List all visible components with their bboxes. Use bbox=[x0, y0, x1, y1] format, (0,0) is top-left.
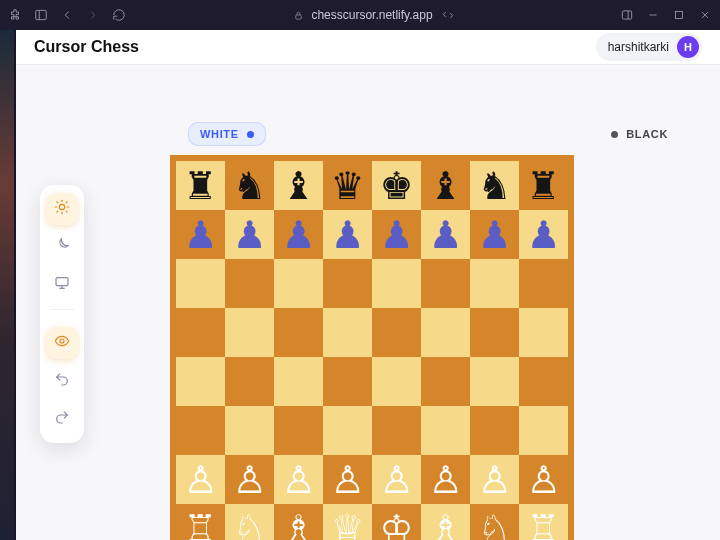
square[interactable] bbox=[470, 406, 519, 455]
square[interactable] bbox=[323, 308, 372, 357]
window-minimize-icon[interactable] bbox=[646, 8, 660, 22]
square[interactable] bbox=[519, 406, 568, 455]
piece-bn[interactable]: ♞ bbox=[477, 167, 511, 205]
piece-wp[interactable]: ♙ bbox=[379, 461, 413, 499]
piece-br[interactable]: ♜ bbox=[183, 167, 217, 205]
visibility-button[interactable] bbox=[46, 327, 78, 359]
piece-bp[interactable]: ♟ bbox=[232, 216, 266, 254]
square[interactable] bbox=[421, 259, 470, 308]
square[interactable] bbox=[274, 308, 323, 357]
piece-wr[interactable]: ♖ bbox=[183, 510, 217, 541]
square[interactable]: ♞ bbox=[470, 161, 519, 210]
theme-light-button[interactable] bbox=[46, 193, 78, 225]
piece-bq[interactable]: ♛ bbox=[330, 167, 364, 205]
square[interactable]: ♝ bbox=[274, 161, 323, 210]
nav-reload-icon[interactable] bbox=[112, 8, 126, 22]
square[interactable] bbox=[176, 308, 225, 357]
redo-button[interactable] bbox=[46, 403, 78, 435]
square[interactable] bbox=[421, 406, 470, 455]
square[interactable] bbox=[225, 357, 274, 406]
square[interactable] bbox=[372, 259, 421, 308]
square[interactable]: ♘ bbox=[470, 504, 519, 540]
square[interactable] bbox=[372, 357, 421, 406]
square[interactable]: ♜ bbox=[519, 161, 568, 210]
square[interactable]: ♙ bbox=[176, 455, 225, 504]
square[interactable] bbox=[421, 357, 470, 406]
square[interactable]: ♗ bbox=[274, 504, 323, 540]
square[interactable]: ♙ bbox=[323, 455, 372, 504]
theme-system-button[interactable] bbox=[46, 269, 78, 301]
square[interactable]: ♛ bbox=[323, 161, 372, 210]
piece-wp[interactable]: ♙ bbox=[477, 461, 511, 499]
square[interactable] bbox=[176, 259, 225, 308]
square[interactable] bbox=[225, 259, 274, 308]
square[interactable] bbox=[519, 308, 568, 357]
piece-bp[interactable]: ♟ bbox=[183, 216, 217, 254]
piece-br[interactable]: ♜ bbox=[526, 167, 560, 205]
square[interactable] bbox=[421, 308, 470, 357]
square[interactable] bbox=[372, 308, 421, 357]
square[interactable]: ♕ bbox=[323, 504, 372, 540]
settings-toggle-icon[interactable] bbox=[441, 8, 455, 22]
piece-bp[interactable]: ♟ bbox=[281, 216, 315, 254]
piece-wp[interactable]: ♙ bbox=[232, 461, 266, 499]
piece-wr[interactable]: ♖ bbox=[526, 510, 560, 541]
piece-bp[interactable]: ♟ bbox=[526, 216, 560, 254]
square[interactable]: ♙ bbox=[225, 455, 274, 504]
piece-bb[interactable]: ♝ bbox=[281, 167, 315, 205]
user-menu[interactable]: harshitkarki H bbox=[596, 33, 702, 61]
square[interactable]: ♜ bbox=[176, 161, 225, 210]
piece-bp[interactable]: ♟ bbox=[428, 216, 462, 254]
turn-pill-black[interactable]: BLACK bbox=[599, 122, 680, 146]
piece-wp[interactable]: ♙ bbox=[526, 461, 560, 499]
square[interactable]: ♟ bbox=[421, 210, 470, 259]
sidebar-toggle-icon[interactable] bbox=[34, 8, 48, 22]
square[interactable] bbox=[519, 357, 568, 406]
square[interactable] bbox=[470, 308, 519, 357]
square[interactable] bbox=[274, 259, 323, 308]
ext-icon[interactable] bbox=[8, 8, 22, 22]
piece-wk[interactable]: ♔ bbox=[379, 510, 413, 541]
square[interactable]: ♞ bbox=[225, 161, 274, 210]
chess-board[interactable]: ♜♞♝♛♚♝♞♜♟♟♟♟♟♟♟♟♙♙♙♙♙♙♙♙♖♘♗♕♔♗♘♖ bbox=[176, 161, 568, 540]
square[interactable]: ♙ bbox=[274, 455, 323, 504]
square[interactable]: ♟ bbox=[274, 210, 323, 259]
square[interactable] bbox=[323, 259, 372, 308]
window-maximize-icon[interactable] bbox=[672, 8, 686, 22]
square[interactable]: ♙ bbox=[372, 455, 421, 504]
square[interactable]: ♔ bbox=[372, 504, 421, 540]
piece-wq[interactable]: ♕ bbox=[330, 510, 364, 541]
square[interactable] bbox=[274, 406, 323, 455]
square[interactable] bbox=[225, 308, 274, 357]
square[interactable]: ♘ bbox=[225, 504, 274, 540]
panel-icon[interactable] bbox=[620, 8, 634, 22]
square[interactable]: ♟ bbox=[372, 210, 421, 259]
undo-button[interactable] bbox=[46, 365, 78, 397]
piece-wp[interactable]: ♙ bbox=[183, 461, 217, 499]
square[interactable]: ♟ bbox=[176, 210, 225, 259]
square[interactable]: ♟ bbox=[225, 210, 274, 259]
piece-bp[interactable]: ♟ bbox=[379, 216, 413, 254]
square[interactable] bbox=[176, 357, 225, 406]
square[interactable] bbox=[274, 357, 323, 406]
square[interactable]: ♙ bbox=[519, 455, 568, 504]
square[interactable] bbox=[176, 406, 225, 455]
square[interactable]: ♟ bbox=[323, 210, 372, 259]
square[interactable]: ♚ bbox=[372, 161, 421, 210]
piece-wn[interactable]: ♘ bbox=[232, 510, 266, 541]
square[interactable]: ♖ bbox=[176, 504, 225, 540]
square[interactable]: ♖ bbox=[519, 504, 568, 540]
square[interactable] bbox=[323, 406, 372, 455]
square[interactable] bbox=[323, 357, 372, 406]
piece-bp[interactable]: ♟ bbox=[477, 216, 511, 254]
square[interactable]: ♝ bbox=[421, 161, 470, 210]
piece-bk[interactable]: ♚ bbox=[379, 167, 413, 205]
theme-dark-button[interactable] bbox=[46, 231, 78, 263]
square[interactable]: ♟ bbox=[519, 210, 568, 259]
piece-bb[interactable]: ♝ bbox=[428, 167, 462, 205]
square[interactable] bbox=[470, 259, 519, 308]
square[interactable] bbox=[470, 357, 519, 406]
nav-back-icon[interactable] bbox=[60, 8, 74, 22]
piece-wp[interactable]: ♙ bbox=[330, 461, 364, 499]
square[interactable]: ♗ bbox=[421, 504, 470, 540]
